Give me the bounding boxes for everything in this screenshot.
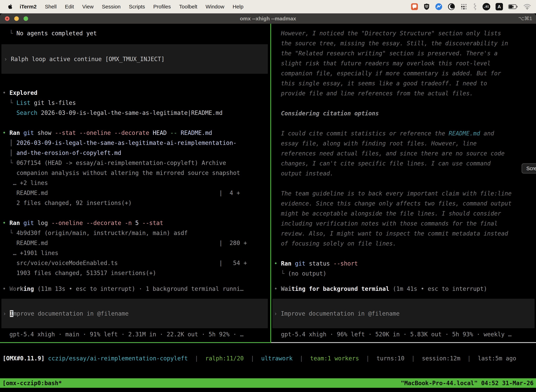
- left-pane-bottom: • Working (11m 13s • esc to interrupt) ·…: [0, 284, 270, 342]
- tooltip-text: Scre: [526, 166, 536, 171]
- pane-border-rule: [0, 342, 536, 343]
- menu-item-view[interactable]: View: [82, 4, 94, 10]
- omx-status-line: [OMX#0.11.9] cczip/essay/ai-reimplementa…: [3, 353, 516, 363]
- explored-header: • Explored: [0, 88, 270, 98]
- explored-search-line: Search 2026-03-09-is-legal-the-same-as-l…: [0, 108, 270, 118]
- menu-item-help[interactable]: Help: [233, 4, 244, 10]
- spacer: [0, 294, 270, 299]
- tmux-status-bar: [omx-cczip0:bash* "MacBook-Pro-44.local"…: [0, 378, 536, 388]
- left-pane-scrollback: └ No agents completed yet› Ralph loop ac…: [0, 28, 270, 278]
- squiggle-icon[interactable]: [473, 3, 477, 10]
- menu-bar: iTerm2ShellEditViewSessionScriptsProfile…: [0, 0, 536, 13]
- ralph-loop-banner[interactable]: › Ralph loop active continue [OMX_TMUX_I…: [1, 44, 268, 74]
- thinking-text: changes, I can't cite specific file line…: [271, 159, 536, 168]
- thinking-text: essay file, along with finding root file…: [271, 138, 536, 148]
- git-show-output: README.md | 4 +: [0, 188, 270, 198]
- screen: iTerm2ShellEditViewSessionScriptsProfile…: [0, 0, 536, 392]
- apple-menu-icon[interactable]: [7, 4, 13, 10]
- prompt-input[interactable]: › Improve documentation in @filename: [1, 299, 268, 328]
- thinking-heading: Considering citation options: [271, 108, 536, 118]
- zigzag-badge-app-icon[interactable]: [435, 3, 442, 10]
- menu-item-scripts[interactable]: Scripts: [129, 4, 145, 10]
- git-show-output: … +2 lines: [0, 178, 270, 188]
- thinking-text: the source tree, missing the essay. Stil…: [271, 38, 536, 48]
- menu-item-shell[interactable]: Shell: [45, 4, 57, 10]
- right-pane-bottom: • Waiting for background terminal (1m 41…: [271, 284, 536, 342]
- waiting-status-line: • Waiting for background terminal (1m 41…: [271, 284, 536, 294]
- chat-app-icon[interactable]: [411, 3, 418, 10]
- ran-git-log-command: • Ran git log --oneline --decorate -n 5 …: [0, 218, 270, 228]
- spacer: [271, 98, 536, 108]
- menu-item-profiles[interactable]: Profiles: [153, 4, 171, 10]
- a-key-icon[interactable]: A: [496, 3, 503, 10]
- spacer: [271, 294, 536, 299]
- moon-app-icon[interactable]: [448, 3, 455, 10]
- agents-status-line: └ No agents completed yet: [0, 28, 270, 38]
- spacer: [0, 38, 270, 44]
- git-status-output: └ (no output): [271, 269, 536, 279]
- thinking-text: including verification notes with those …: [271, 219, 536, 229]
- right-pane-scrollback: However, I noticed the "Directory Struct…: [271, 28, 536, 279]
- thinking-text: However, I noticed the "Directory Struct…: [271, 28, 536, 38]
- thinking-text: slight risk that future readers may over…: [271, 58, 536, 68]
- window-shortcut-badge: ⌥⌘1: [518, 13, 532, 24]
- ran-git-show-command: • Ran git show --stat --oneline --decora…: [0, 128, 270, 138]
- spacer: [271, 118, 536, 128]
- thinking-text: I could cite commit statistics or refere…: [271, 128, 536, 138]
- thinking-text: of focusing solely on file lines.: [271, 238, 536, 248]
- active-pane-border: [0, 342, 271, 343]
- model-status-line: gpt-5.4 xhigh · 96% left · 520K in · 5.8…: [271, 329, 536, 339]
- tmux-session-label[interactable]: [omx-cczip0:bash*: [2, 380, 62, 387]
- thinking-text: provide file and line references from th…: [271, 88, 536, 98]
- screen-edge-tooltip: Scre: [522, 163, 536, 173]
- menu-item-window[interactable]: Window: [206, 4, 224, 10]
- terminal-content: └ No agents completed yet› Ralph loop ac…: [0, 24, 536, 342]
- command-arg-wrap: │ 2026-03-09-is-legal-the-same-as-legiti…: [0, 138, 270, 148]
- menu-item-toolbelt[interactable]: Toolbelt: [179, 4, 197, 10]
- ran-git-status-command: • Ran git status --short: [271, 258, 536, 269]
- menu-item-edit[interactable]: Edit: [65, 4, 74, 10]
- spacer: [0, 208, 270, 218]
- spacer: [271, 178, 536, 188]
- git-log-output: src/voice/voiceModeEnabled.ts | 54 +: [0, 258, 270, 268]
- explored-list-line: └ List git ls-files: [0, 98, 270, 108]
- thinking-text: references need actual files, and since …: [271, 148, 536, 159]
- prompt-input[interactable]: › Improve documentation in @filename: [273, 299, 535, 328]
- dots-grid-icon[interactable]: [460, 3, 467, 10]
- wifi-icon[interactable]: [523, 4, 531, 10]
- prompt-input-text: › Ralph loop active continue [OMX_TMUX_I…: [1, 54, 165, 64]
- battery-icon[interactable]: [508, 4, 518, 9]
- thinking-text: output instead.: [271, 168, 536, 178]
- tmux-host-clock: "MacBook-Pro-44.local" 04:52 31-Mar-26: [401, 380, 534, 387]
- inactive-pane-border: [271, 342, 536, 343]
- git-show-output: companion analysis without altering the …: [0, 168, 270, 178]
- model-status-line: gpt-5.4 xhigh · main · 91% left · 2.31M …: [0, 329, 270, 339]
- working-status-line: • Working (11m 13s • esc to interrupt) ·…: [0, 284, 270, 294]
- shield-app-icon[interactable]: [423, 3, 430, 10]
- right-terminal-pane[interactable]: However, I noticed the "Directory Struct…: [271, 24, 536, 342]
- badge-61-text: ..61: [484, 5, 489, 9]
- badge-61-icon[interactable]: ..61: [483, 3, 490, 10]
- git-log-output: README.md | 280 +: [0, 238, 270, 248]
- menu-item-iterm2[interactable]: iTerm2: [20, 4, 37, 10]
- thinking-text: the "Related research writing" section i…: [271, 48, 536, 58]
- thinking-text: might be acceptable alongside the file l…: [271, 209, 536, 219]
- git-show-output: 2 files changed, 92 insertions(+): [0, 198, 270, 208]
- git-log-output: … +1901 lines: [0, 248, 270, 258]
- thinking-text: this single essay, it seems like a good …: [271, 78, 536, 88]
- command-arg-wrap: │ and-the-erosion-of-copyleft.md: [0, 148, 270, 158]
- thinking-text: The team guideline is to back every impo…: [271, 188, 536, 198]
- window-title-bar[interactable]: omx --xhigh --madmax ⌥⌘1: [0, 13, 536, 24]
- app-menus: iTerm2ShellEditViewSessionScriptsProfile…: [20, 4, 243, 10]
- menu-item-session[interactable]: Session: [102, 4, 121, 10]
- a-key-text: A: [498, 4, 501, 9]
- prompt-input-text: › Improve documentation in @filename: [1, 308, 129, 319]
- thinking-text: review. Also, I might want to inspect th…: [271, 229, 536, 238]
- thinking-text: evidence. Since this change only affects…: [271, 198, 536, 209]
- git-log-output: └ 4b9d30f (origin/main, instructkr/main,…: [0, 228, 270, 238]
- spacer: [271, 248, 536, 258]
- spacer: [0, 74, 270, 88]
- left-terminal-pane[interactable]: └ No agents completed yet› Ralph loop ac…: [0, 24, 270, 342]
- menu-status-icons: ..61 A: [411, 3, 531, 10]
- prompt-input-text: › Improve documentation in @filename: [273, 308, 400, 319]
